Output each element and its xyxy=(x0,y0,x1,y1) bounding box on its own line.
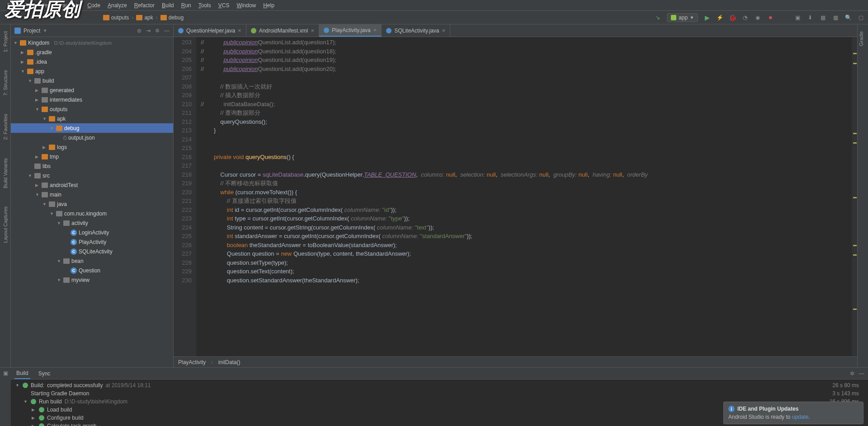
editor-content[interactable]: 2032042052062072082092102112122132142152… xyxy=(174,37,857,356)
tree-item-apk[interactable]: ▼apk xyxy=(11,114,173,123)
tool-icon[interactable]: ▦ xyxy=(819,14,826,21)
target-icon[interactable]: ⊚ xyxy=(137,28,142,34)
tree-item-outputs[interactable]: ▼outputs xyxy=(11,104,173,114)
menu-navigate[interactable]: Navigate xyxy=(55,2,84,9)
menu-view[interactable]: View xyxy=(36,2,55,9)
tree-item-java[interactable]: ▼java xyxy=(11,199,173,209)
editor-tabs: QuestionHelper.java×AndroidManifest.xml×… xyxy=(174,24,857,37)
tree-item-LoginActivity[interactable]: CLoginActivity xyxy=(11,228,173,237)
tree-item-output.json[interactable]: ⎙output.json xyxy=(11,133,173,142)
sdk-manager-icon[interactable]: ⬇ xyxy=(807,14,814,21)
menu-code[interactable]: Code xyxy=(84,2,104,9)
menu-file[interactable]: File xyxy=(4,2,19,9)
tree-item-build[interactable]: ▼build xyxy=(11,76,173,85)
folder-icon xyxy=(42,154,48,159)
breadcrumb-debug[interactable]: debug xyxy=(160,14,184,21)
build-tab-sync[interactable]: Sync xyxy=(37,369,52,379)
gradle-tab[interactable]: Gradle xyxy=(858,29,865,48)
debug-icon[interactable]: 🐞 xyxy=(729,14,736,21)
marker-strip[interactable] xyxy=(852,37,857,356)
menu-refactor[interactable]: Refactor xyxy=(131,2,158,9)
apply-changes-icon[interactable]: ⚡ xyxy=(716,14,723,21)
hide-icon[interactable]: — xyxy=(859,370,864,377)
tree-item-src[interactable]: ▼src xyxy=(11,171,173,180)
success-icon xyxy=(31,399,36,404)
build-tab-build[interactable]: Build xyxy=(14,368,30,379)
tree-item-logs[interactable]: ▶logs xyxy=(11,142,173,152)
tree-item-com.nuc.kingdom[interactable]: ▼com.nuc.kingdom xyxy=(11,209,173,218)
menu-run[interactable]: Run xyxy=(178,2,195,9)
editor-tab[interactable]: SQLiteActivity.java× xyxy=(382,24,450,37)
tree-item-app[interactable]: ▼app xyxy=(11,66,173,76)
avd-manager-icon[interactable]: ▣ xyxy=(794,14,801,21)
menu-edit[interactable]: Edit xyxy=(19,2,36,9)
tree-item-intermediates[interactable]: ▶intermediates xyxy=(11,95,173,104)
tree-item-.idea[interactable]: ▶.idea xyxy=(11,57,173,66)
hide-icon[interactable]: — xyxy=(164,28,170,34)
tree-item-SQLiteActivity[interactable]: CSQLiteActivity xyxy=(11,247,173,256)
update-link[interactable]: update xyxy=(792,414,809,420)
notification-popup[interactable]: i IDE and Plugin Updates Android Studio … xyxy=(723,402,863,424)
sidebar-tab[interactable]: 7: Structure xyxy=(2,68,9,98)
folder-icon xyxy=(136,15,142,20)
tree-arrow-icon: ▼ xyxy=(42,202,47,206)
settings-icon[interactable]: ✲ xyxy=(850,370,854,377)
code-area[interactable]: // publicopinionQuestionList.add(questio… xyxy=(196,37,852,356)
breadcrumb-outputs[interactable]: outputs xyxy=(103,14,129,21)
sidebar-tab[interactable]: Build Variants xyxy=(2,156,9,191)
tree-arrow-icon: ▼ xyxy=(50,211,54,216)
menu-analyze[interactable]: Analyze xyxy=(104,2,131,9)
collapse-icon[interactable]: ⇥ xyxy=(146,28,151,34)
tree-item-libs[interactable]: libs xyxy=(11,161,173,171)
sidebar-tab[interactable]: Layout Captures xyxy=(2,204,9,245)
attach-debugger-icon[interactable]: ◉ xyxy=(754,14,761,21)
close-icon[interactable]: × xyxy=(311,27,314,34)
menu-vcs[interactable]: VCS xyxy=(215,2,233,9)
tree-item-androidTest[interactable]: ▶androidTest xyxy=(11,180,173,190)
menu-help[interactable]: Help xyxy=(259,2,278,9)
breadcrumb-apk[interactable]: apk xyxy=(136,14,153,21)
tree-item-activity[interactable]: ▼activity xyxy=(11,218,173,228)
build-row[interactable]: Starting Gradle Daemon3 s 143 ms xyxy=(15,389,863,398)
settings-icon[interactable]: ✲ xyxy=(155,28,160,34)
tree-item-myview[interactable]: ▼myview xyxy=(11,275,173,285)
sidebar-tab[interactable]: 1: Project xyxy=(2,29,9,54)
tree-item-Question[interactable]: CQuestion xyxy=(11,266,173,275)
editor-tab[interactable]: QuestionHelper.java× xyxy=(174,24,246,37)
tree-item-generated[interactable]: ▶generated xyxy=(11,85,173,95)
close-icon[interactable]: × xyxy=(373,27,377,33)
tree-item-Kingdom[interactable]: ▼KingdomD:\D-study\bishe\Kingdom xyxy=(11,38,173,47)
folder-icon xyxy=(49,201,55,207)
search-icon[interactable]: 🔍 xyxy=(844,14,852,21)
tree-item-.gradle[interactable]: ▶.gradle xyxy=(11,47,173,57)
file-type-icon xyxy=(386,28,392,33)
editor-crumb[interactable]: initData() xyxy=(218,359,241,365)
menu-window[interactable]: Window xyxy=(233,2,259,9)
close-icon[interactable]: × xyxy=(238,27,241,34)
stop-icon[interactable]: ■ xyxy=(767,14,774,21)
dropdown-icon[interactable]: ▼ xyxy=(43,28,47,33)
menu-tools[interactable]: Tools xyxy=(195,2,215,9)
editor-tab[interactable]: PlayActivity.java× xyxy=(319,24,382,37)
menu-build[interactable]: Build xyxy=(158,2,178,9)
account-icon[interactable]: ▢ xyxy=(857,14,864,21)
tree-item-debug[interactable]: ▼debug xyxy=(11,123,173,133)
editor-tab[interactable]: AndroidManifest.xml× xyxy=(246,24,319,37)
profiler-icon[interactable]: ◔ xyxy=(741,14,749,21)
tool-icon-2[interactable]: ▦ xyxy=(832,14,839,21)
folder-icon xyxy=(42,88,48,93)
close-icon[interactable]: × xyxy=(442,27,446,34)
tree-item-PlayActivity[interactable]: CPlayActivity xyxy=(11,237,173,247)
project-tree[interactable]: ▼KingdomD:\D-study\bishe\Kingdom▶.gradle… xyxy=(11,37,173,367)
sync-icon[interactable]: ↘ xyxy=(654,14,661,21)
tree-item-tmp[interactable]: ▶tmp xyxy=(11,152,173,161)
run-icon[interactable]: ▶ xyxy=(703,14,711,21)
tree-item-main[interactable]: ▼main xyxy=(11,190,173,199)
build-tool-icon[interactable]: ▣ xyxy=(3,370,8,376)
run-config-selector[interactable]: app ▼ xyxy=(667,13,698,22)
tree-arrow-icon: ▼ xyxy=(21,69,25,74)
tree-item-bean[interactable]: ▼bean xyxy=(11,256,173,266)
editor-crumb[interactable]: PlayActivity xyxy=(178,359,213,365)
build-row[interactable]: ▼Build: completed successfully at 2019/5… xyxy=(15,381,863,389)
sidebar-tab[interactable]: 2: Favorites xyxy=(2,112,9,142)
